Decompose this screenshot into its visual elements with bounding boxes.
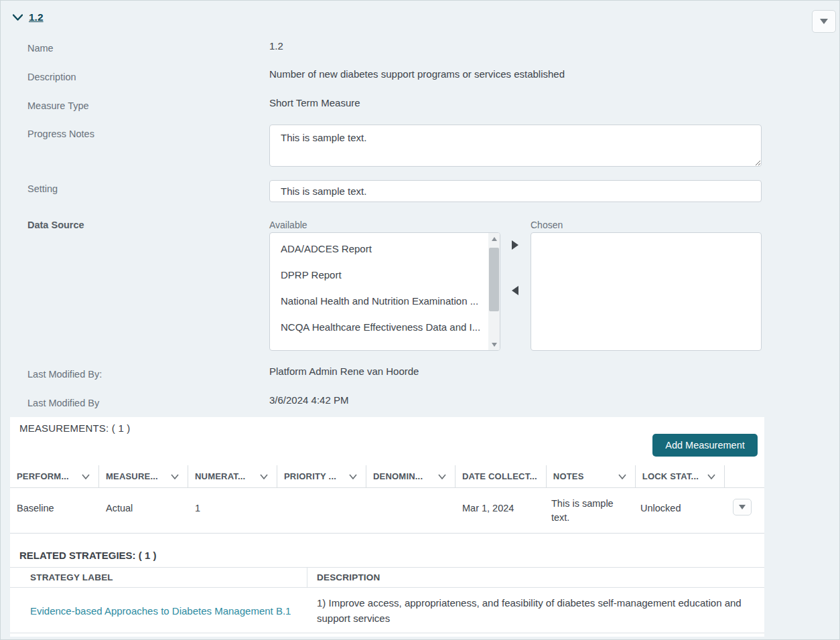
strategy-link[interactable]: Evidence-based Approaches to Diabetes Ma… <box>30 605 291 617</box>
chevron-down-icon <box>260 474 268 479</box>
cell-priority <box>277 488 366 533</box>
measure-type-label: Measure Type <box>27 100 89 111</box>
description-label: Description <box>27 72 76 82</box>
progress-notes-label: Progress Notes <box>27 129 94 139</box>
measurements-table-header: PERFORM... MEASURE... NUMERAT... PRIORIT… <box>10 465 764 488</box>
strategy-table-row: Evidence-based Approaches to Diabetes Ma… <box>10 588 764 633</box>
caret-down-icon <box>820 19 828 24</box>
last-modified-date-value: 3/6/2024 4:42 PM <box>269 394 348 406</box>
available-list-item[interactable]: NCQA Healthcare Effectiveness Data and I… <box>270 314 488 340</box>
caret-down-icon <box>739 505 746 509</box>
cell-strategy-label: Evidence-based Approaches to Diabetes Ma… <box>10 588 307 633</box>
related-strategies-section-title: RELATED STRATEGIES: ( 1 ) <box>19 550 156 561</box>
available-list-item[interactable]: ADA/ADCES Report <box>270 236 488 262</box>
measurements-card: MEASUREMENTS: ( 1 ) Add Measurement PERF… <box>10 417 764 637</box>
triangle-up-icon <box>492 237 497 241</box>
column-header-performance[interactable]: PERFORM... <box>10 465 99 487</box>
available-listbox[interactable]: ADA/ADCES Report DPRP Report National He… <box>269 232 500 351</box>
chevron-down-icon <box>171 474 179 479</box>
cell-measure: Actual <box>99 488 188 533</box>
measurement-table-row: Baseline Actual 1 Mar 1, 2024 This is sa… <box>10 488 764 534</box>
chosen-list-label: Chosen <box>531 220 563 230</box>
cell-denominator <box>366 488 456 533</box>
chevron-down-icon <box>438 474 446 479</box>
strategies-table-header: STRATEGY LABEL DESCRIPTION <box>10 567 764 588</box>
chevron-down-icon <box>82 474 90 479</box>
last-modified-by-value: Platform Admin Rene van Hoorde <box>269 366 419 377</box>
scrollbar-thumb[interactable] <box>489 248 499 311</box>
cell-numerator: 1 <box>188 488 277 533</box>
measure-detail-panel: 1.2 Name 1.2 Description Number of new d… <box>0 0 840 640</box>
add-measurement-button[interactable]: Add Measurement <box>652 434 758 457</box>
cell-lock-status: Unlocked <box>634 488 723 533</box>
measurement-row-dropdown-button[interactable] <box>733 499 752 515</box>
chevron-down-icon <box>13 14 23 21</box>
data-source-label: Data Source <box>27 220 84 230</box>
move-to-chosen-button[interactable] <box>512 240 518 250</box>
cell-date-collected: Mar 1, 2024 <box>456 488 545 533</box>
column-header-strategy-label: STRATEGY LABEL <box>10 568 307 587</box>
cell-actions <box>723 488 764 533</box>
available-list-item[interactable]: National Health and Nutrition Examinatio… <box>270 288 488 314</box>
chevron-down-icon <box>349 474 357 479</box>
scroll-up-button[interactable] <box>488 233 500 244</box>
move-to-available-button[interactable] <box>512 286 518 295</box>
cell-performance: Baseline <box>10 488 99 533</box>
last-modified-by-label: Last Modified By: <box>27 369 102 380</box>
measure-actions-dropdown-button[interactable] <box>812 10 836 33</box>
measurements-section-title: MEASUREMENTS: ( 1 ) <box>19 422 130 434</box>
name-label: Name <box>27 43 54 54</box>
triangle-down-icon <box>492 343 497 347</box>
column-header-actions <box>725 465 764 487</box>
setting-label: Setting <box>27 183 58 194</box>
chosen-listbox[interactable] <box>531 232 762 351</box>
chevron-down-icon <box>707 474 715 479</box>
last-modified-date-label: Last Modified By <box>27 398 99 408</box>
column-header-denominator[interactable]: DENOMIN... <box>366 465 456 487</box>
column-header-numerator[interactable]: NUMERAT... <box>188 465 277 487</box>
column-header-lock-status[interactable]: LOCK STAT... <box>636 465 725 487</box>
column-header-measure[interactable]: MEASURE... <box>99 465 188 487</box>
measure-collapse-header[interactable]: 1.2 <box>13 11 44 23</box>
chevron-down-icon <box>618 474 626 479</box>
available-list-item[interactable]: DPRP Report <box>270 262 488 288</box>
setting-input[interactable] <box>269 180 762 202</box>
description-value: Number of new diabetes support programs … <box>269 68 565 80</box>
measure-title-link[interactable]: 1.2 <box>29 11 44 23</box>
cell-strategy-description: 1) Improve access, appropriateness, and … <box>307 588 764 633</box>
name-value: 1.2 <box>269 40 283 52</box>
column-header-notes[interactable]: NOTES <box>547 465 636 487</box>
scroll-down-button[interactable] <box>488 339 500 350</box>
available-list-label: Available <box>269 220 307 230</box>
column-header-description: DESCRIPTION <box>307 568 764 587</box>
measure-type-value: Short Term Measure <box>269 97 360 108</box>
available-list-scrollbar[interactable] <box>488 233 500 350</box>
cell-notes: This is sample text. <box>545 488 634 533</box>
column-header-priority[interactable]: PRIORITY ... <box>277 465 366 487</box>
column-header-date-collected[interactable]: DATE COLLECT... <box>456 465 547 487</box>
progress-notes-textarea[interactable]: This is sample text. <box>269 125 762 167</box>
